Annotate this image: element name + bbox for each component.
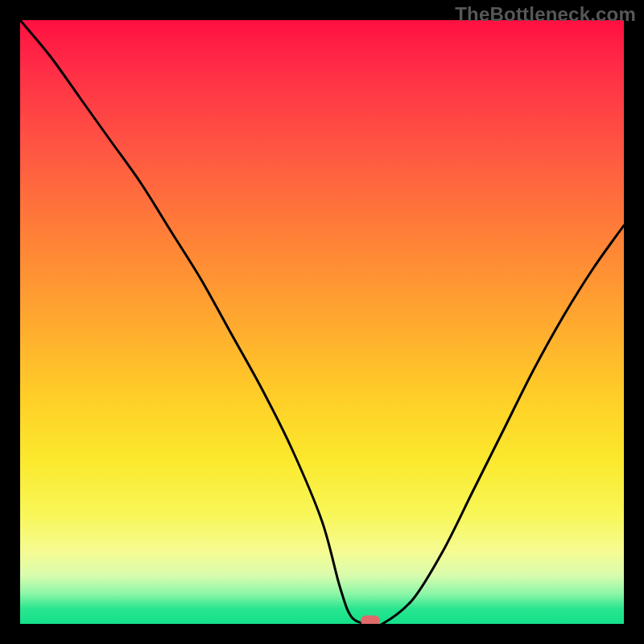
watermark-text: TheBottleneck.com	[455, 3, 636, 26]
plot-area	[20, 20, 624, 624]
bottleneck-curve	[20, 20, 624, 624]
optimal-point-marker	[361, 616, 380, 625]
chart-frame: TheBottleneck.com	[0, 0, 644, 644]
